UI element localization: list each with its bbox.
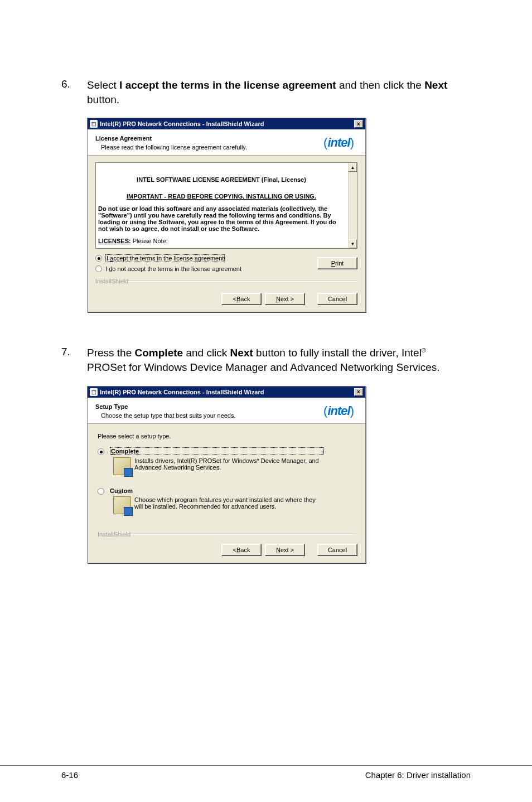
custom-label: Custom [110,487,324,494]
close-button[interactable]: × [354,388,363,396]
text: InstallShield [95,278,128,284]
accept-radio-row[interactable]: I accept the terms in the license agreem… [95,254,241,262]
window-title: Intel(R) PRO Network Connections - Insta… [100,120,264,127]
header-subtitle: Please read the following license agreem… [95,144,247,151]
text: N [276,547,280,553]
text: o not accept the terms in the license ag… [112,265,241,272]
installshield-label: InstallShield [95,278,357,282]
license-important: IMPORTANT - READ BEFORE COPYING, INSTALL… [127,193,316,200]
box-icon [113,457,131,475]
dialog-body: Please select a setup type. Complete Ins… [88,424,365,538]
step-text: Press the Complete and click Next button… [87,346,440,374]
text: C [111,448,115,455]
text: ccept the terms in the license agreement [113,255,224,262]
radio-icon [98,488,104,495]
box-icon [113,496,131,514]
text: ext > [280,296,294,302]
step-6: 6. Select I accept the terms in the lice… [61,78,471,107]
text: N [276,296,280,302]
complete-label: Complete [110,447,324,455]
step-7: 7. Press the Complete and click Next but… [61,346,471,374]
scrollbar[interactable]: ▲ ▼ [348,163,357,248]
scroll-up-button[interactable]: ▲ [349,163,357,172]
intel-logo: intel [323,404,357,418]
licenses-label: LICENSES: [98,238,131,244]
page-number: 6-16 [61,770,78,780]
registered-mark: ® [422,347,426,354]
cancel-button[interactable]: Cancel [317,293,357,305]
radio-icon [95,265,102,272]
dialog-screenshot-1: ⬚ Intel(R) PRO Network Connections - Ins… [87,118,471,312]
text: button to fully install the driver, Inte… [253,347,422,359]
license-agreement-dialog: ⬚ Intel(R) PRO Network Connections - Ins… [87,118,366,312]
text: PROSet for Windows Device Manager and Ad… [87,361,440,373]
text: ext > [280,547,294,553]
complete-option[interactable]: Complete Installs drivers, Intel(R) PROS… [98,447,355,475]
text: InstallShield [98,531,130,538]
dialog-footer: < Back Next > Cancel [88,538,365,563]
setup-type-dialog: ⬚ Intel(R) PRO Network Connections - Ins… [87,386,366,563]
installer-icon: ⬚ [90,388,98,396]
back-button[interactable]: < Back [221,293,262,305]
header-title: Setup Type [95,403,236,410]
decline-radio-label: I do not accept the terms in the license… [105,265,241,272]
license-textarea[interactable]: INTEL SOFTWARE LICENSE AGREEMENT (Final,… [95,162,357,249]
installshield-label: InstallShield [98,531,355,535]
custom-option[interactable]: Custom Choose which program features you… [98,487,355,514]
bold-text: Next [230,347,253,359]
text: P [331,260,335,267]
step-number: 7. [61,346,87,374]
scroll-down-button[interactable]: ▼ [349,239,357,248]
dialog-body: INTEL SOFTWARE LICENSE AGREEMENT (Final,… [88,156,365,287]
text: rint [335,260,344,267]
bold-text: Next [424,79,447,91]
intel-logo: intel [323,136,357,150]
text: Press the [87,347,135,359]
complete-description: Installs drivers, Intel(R) PROSet for Wi… [134,457,324,471]
licenses-rest: Please Note: [131,238,168,244]
dialog-screenshot-2: ⬚ Intel(R) PRO Network Connections - Ins… [87,386,471,563]
text: B [236,547,240,553]
bold-text: Complete [135,347,183,359]
dialog-footer: < Back Next > Cancel [88,287,365,312]
text: button. [87,94,119,105]
chapter-label: Chapter 6: Driver installation [365,770,471,780]
dialog-header: Setup Type Choose the setup type that be… [88,398,365,424]
license-title: INTEL SOFTWARE LICENSE AGREEMENT (Final,… [98,176,345,183]
text: Select [87,79,119,91]
license-body: Do not use or load this software and any… [98,205,345,232]
text: omplete [115,448,139,455]
radio-icon [98,448,104,455]
titlebar: ⬚ Intel(R) PRO Network Connections - Ins… [88,386,365,398]
back-button[interactable]: < Back [221,544,262,556]
installer-icon: ⬚ [90,120,98,128]
setup-prompt: Please select a setup type. [98,433,355,439]
print-button[interactable]: Print [317,257,357,269]
text: ack [240,296,250,302]
document-page: 6. Select I accept the terms in the lice… [0,0,532,563]
page-footer: 6-16 Chapter 6: Driver installation [0,765,532,780]
header-subtitle: Choose the setup type that best suits yo… [95,412,236,419]
text: and then click the [336,79,424,91]
window-title: Intel(R) PRO Network Connections - Insta… [100,389,264,395]
cancel-button[interactable]: Cancel [317,544,357,556]
step-number: 6. [61,78,87,107]
bold-text: I accept the terms in the license agreem… [119,79,336,91]
custom-description: Choose which program features you want i… [134,496,324,510]
dialog-header: License Agreement Please read the follow… [88,129,365,156]
close-button[interactable]: × [354,120,363,128]
step-text: Select I accept the terms in the license… [87,78,471,107]
text: B [236,296,240,302]
header-title: License Agreement [95,135,247,142]
titlebar: ⬚ Intel(R) PRO Network Connections - Ins… [88,118,365,129]
text: Cu [110,487,118,494]
text: ack [240,547,250,553]
text: tom [122,487,133,494]
next-button[interactable]: Next > [265,544,305,556]
radio-icon [95,255,102,262]
decline-radio-row[interactable]: I do not accept the terms in the license… [95,265,241,272]
accept-radio-label: I accept the terms in the license agreem… [105,254,225,262]
text: and click [183,347,230,359]
next-button[interactable]: Next > [265,293,305,305]
